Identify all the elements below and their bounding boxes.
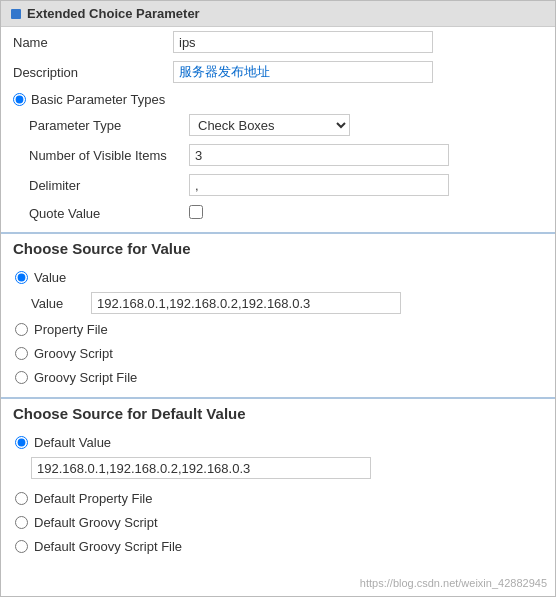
default-groovy-script-file-label: Default Groovy Script File <box>34 539 182 554</box>
visible-items-input[interactable] <box>189 144 449 166</box>
groovy-script-radio[interactable] <box>15 347 28 360</box>
name-input[interactable] <box>173 31 433 53</box>
quote-value-row: Quote Value <box>1 200 555 226</box>
description-input[interactable] <box>173 61 433 83</box>
panel-title: Extended Choice Parameter <box>27 6 200 21</box>
default-groovy-script-radio[interactable] <box>15 516 28 529</box>
default-groovy-script-label: Default Groovy Script <box>34 515 158 530</box>
watermark-text: https://blog.csdn.net/weixin_42882945 <box>360 577 547 589</box>
value-radio[interactable] <box>15 271 28 284</box>
groovy-script-file-radio-row: Groovy Script File <box>1 365 555 389</box>
quote-value-label: Quote Value <box>29 206 189 221</box>
default-groovy-script-file-radio-row: Default Groovy Script File <box>1 534 555 558</box>
value-sublabel: Value <box>31 296 91 311</box>
param-type-label: Parameter Type <box>29 118 189 133</box>
description-row: Description <box>1 57 555 87</box>
delimiter-input[interactable] <box>189 174 449 196</box>
property-file-radio-row: Property File <box>1 317 555 341</box>
default-property-file-radio-row: Default Property File <box>1 486 555 510</box>
watermark-wrapper: https://blog.csdn.net/weixin_42882945 <box>360 575 547 590</box>
delimiter-row: Delimiter <box>1 170 555 200</box>
default-value-radio[interactable] <box>15 436 28 449</box>
extended-choice-header: Extended Choice Parameter <box>1 1 555 27</box>
default-property-file-label: Default Property File <box>34 491 153 506</box>
basic-param-label: Basic Parameter Types <box>31 92 165 107</box>
main-panel: Extended Choice Parameter Name Descripti… <box>0 0 556 597</box>
value-input[interactable] <box>91 292 401 314</box>
visible-items-label: Number of Visible Items <box>29 148 189 163</box>
default-groovy-script-file-radio[interactable] <box>15 540 28 553</box>
value-input-row: Value <box>1 289 555 317</box>
name-row: Name <box>1 27 555 57</box>
default-groovy-script-radio-row: Default Groovy Script <box>1 510 555 534</box>
choose-source-default-title-wrapper: Choose Source for Default Value <box>1 399 555 424</box>
groovy-script-radio-row: Groovy Script <box>1 341 555 365</box>
parameter-type-row: Parameter Type Check Boxes Check Boxes (… <box>1 110 555 140</box>
default-value-input[interactable] <box>31 457 371 479</box>
param-type-value: Check Boxes Check Boxes (Legacy) Radio B… <box>189 114 543 136</box>
default-value-radio-row: Default Value <box>1 430 555 454</box>
choose-source-value-title: Choose Source for Value <box>13 240 191 257</box>
groovy-script-label: Groovy Script <box>34 346 113 361</box>
choose-source-value-title-wrapper: Choose Source for Value <box>1 234 555 259</box>
property-file-label: Property File <box>34 322 108 337</box>
groovy-script-file-radio[interactable] <box>15 371 28 384</box>
choose-source-default-title: Choose Source for Default Value <box>13 405 246 422</box>
value-radio-row: Value <box>1 265 555 289</box>
visible-items-row: Number of Visible Items <box>1 140 555 170</box>
description-value <box>173 61 543 83</box>
quote-value-checkbox-wrapper <box>189 205 543 222</box>
basic-param-header: Basic Parameter Types <box>1 87 555 110</box>
name-value <box>173 31 543 53</box>
default-property-file-radio[interactable] <box>15 492 28 505</box>
default-value-radio-label: Default Value <box>34 435 111 450</box>
delimiter-value <box>189 174 543 196</box>
param-type-select[interactable]: Check Boxes Check Boxes (Legacy) Radio B… <box>189 114 350 136</box>
basic-param-radio[interactable] <box>13 93 26 106</box>
delimiter-label: Delimiter <box>29 178 189 193</box>
quote-value-checkbox[interactable] <box>189 205 203 219</box>
value-radio-label: Value <box>34 270 66 285</box>
name-label: Name <box>13 35 173 50</box>
visible-items-value <box>189 144 543 166</box>
description-label: Description <box>13 65 173 80</box>
groovy-script-file-label: Groovy Script File <box>34 370 137 385</box>
property-file-radio[interactable] <box>15 323 28 336</box>
default-value-input-row <box>1 454 555 482</box>
header-icon <box>11 9 21 19</box>
